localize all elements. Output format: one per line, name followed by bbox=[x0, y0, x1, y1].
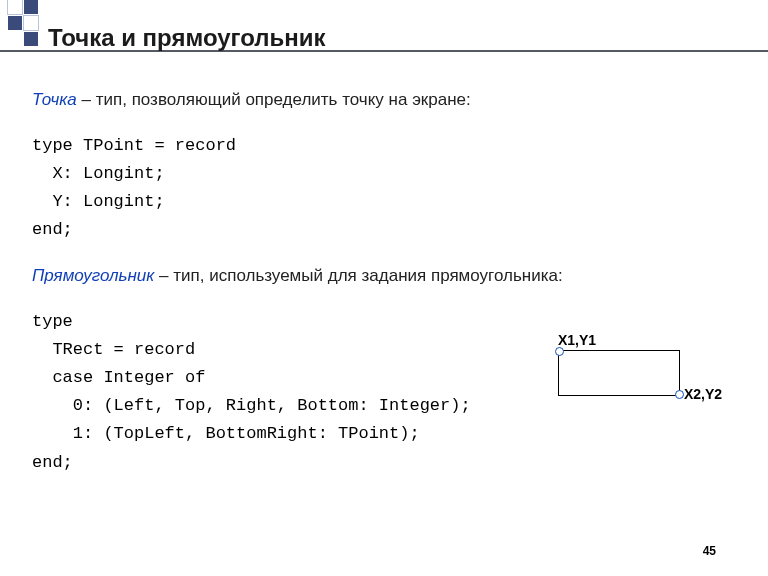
rect-term: Прямоугольник bbox=[32, 266, 154, 285]
diagram-rect bbox=[558, 350, 680, 396]
rect-definition: Прямоугольник – тип, используемый для за… bbox=[32, 262, 736, 290]
rectangle-diagram: X1,Y1 X2,Y2 bbox=[548, 332, 698, 402]
point-definition: Точка – тип, позволяющий определить точк… bbox=[32, 86, 736, 114]
slide-title: Точка и прямоугольник bbox=[48, 24, 326, 52]
slide-content: Точка – тип, позволяющий определить точк… bbox=[32, 86, 736, 477]
point-topleft bbox=[555, 347, 564, 356]
rect-desc: – тип, используемый для задания прямоуго… bbox=[154, 266, 562, 285]
point-desc: – тип, позволяющий определить точку на э… bbox=[77, 90, 471, 109]
point-code-block: type TPoint = record X: Longint; Y: Long… bbox=[32, 132, 736, 244]
page-number: 45 bbox=[703, 544, 716, 558]
point-term: Точка bbox=[32, 90, 77, 109]
corner-label-topleft: X1,Y1 bbox=[558, 332, 596, 348]
point-bottomright bbox=[675, 390, 684, 399]
corner-decoration bbox=[8, 0, 38, 46]
corner-label-bottomright: X2,Y2 bbox=[684, 386, 722, 402]
